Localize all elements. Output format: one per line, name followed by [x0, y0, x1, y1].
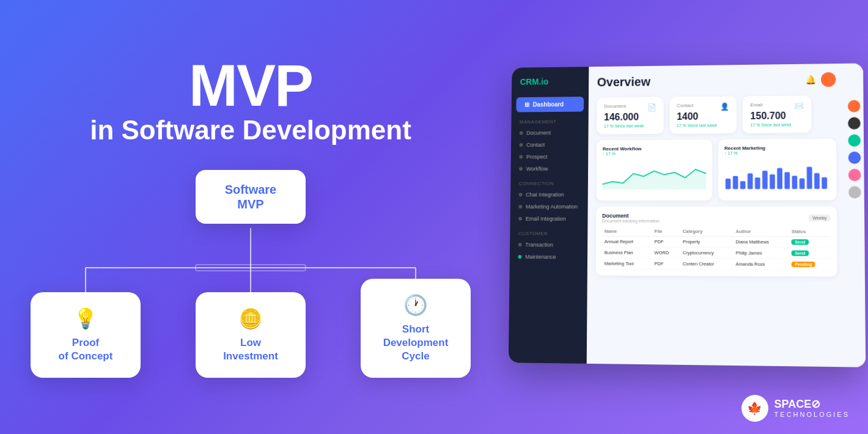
svg-rect-9	[748, 174, 753, 189]
chart-marketing: Recent Marketing ↑ 17 %	[718, 139, 837, 200]
sidebar-item-transaction[interactable]: Transaction	[510, 238, 587, 251]
workflow-chart-change: ↑ 17 %	[603, 151, 706, 156]
crm-logo: CRM.io	[512, 76, 589, 97]
chart-workflow: Recent Workflow ↑ 17 %	[596, 139, 712, 200]
crm-sidebar: CRM.io ⊞ Dashboard Management Document C…	[509, 67, 589, 364]
col-author: Author	[734, 227, 789, 237]
box-proof-of-concept: 💡 Proofof Concept	[31, 292, 141, 378]
table-sub: Document tracking information	[602, 219, 660, 223]
email-icon: ✉️	[795, 101, 804, 110]
col-file: File	[652, 227, 680, 237]
svg-rect-11	[762, 171, 768, 189]
pill-5	[848, 169, 861, 181]
table-body: Annual Report PDF Property Diana Matthew…	[602, 236, 831, 270]
svg-rect-19	[822, 177, 827, 189]
logo-icon: 🍁	[741, 395, 768, 422]
box-short-dev-cycle: 🕐 ShortDevelopment Cycle	[361, 279, 471, 378]
marketing-chart-svg	[724, 157, 830, 194]
col-category: Category	[680, 227, 734, 237]
col-name: Name	[602, 227, 652, 237]
workflow-chart-svg	[602, 158, 706, 194]
cell-author: Amanda Ross	[734, 259, 789, 270]
sidebar-item-marketing-auto[interactable]: Marketing Automation	[510, 200, 588, 213]
pill-3	[848, 134, 861, 147]
cell-file: PDF	[652, 236, 680, 247]
cell-status: Send	[789, 248, 831, 259]
stat-document-change: 17 % Since last week	[604, 123, 656, 128]
title-mvp: MVP	[189, 56, 312, 115]
box-low-investment: 🪙 LowInvestment	[196, 292, 306, 378]
stat-contact-change: 17 % Since last week	[677, 123, 729, 128]
stat-email: Email ✉️ 150.700 17 % Since last week	[743, 95, 811, 133]
sidebar-section-management: Management	[511, 112, 588, 127]
sidebar-item-dashboard[interactable]: ⊞ Dashboard	[516, 97, 584, 112]
center-box: Software MVP	[196, 170, 306, 224]
charts-row: Recent Workflow ↑ 17 % Recent Marketing …	[596, 139, 836, 200]
left-section: MVP in Software Development Software MVP	[0, 0, 501, 434]
sidebar-item-email-int[interactable]: Email Integration	[510, 213, 588, 225]
avatar	[821, 72, 836, 87]
crm-page-title: Overview	[597, 75, 650, 89]
crm-mockup: CRM.io ⊞ Dashboard Management Document C…	[507, 64, 868, 370]
sidebar-item-prospect[interactable]: Prospect	[511, 150, 589, 163]
cell-file: PDF	[652, 258, 680, 269]
diagram: Software MVP 💡 Proofof Concept 🪙 LowInve…	[31, 170, 471, 378]
poc-icon: 💡	[43, 307, 128, 330]
cell-status: Send	[789, 237, 831, 248]
table-row: Marketing Tool PDF Conten Creator Amanda…	[602, 258, 831, 270]
svg-rect-16	[800, 178, 805, 189]
col-status: Status	[789, 227, 831, 237]
svg-rect-12	[770, 174, 775, 189]
cell-name: Business Plan	[602, 247, 652, 258]
svg-rect-7	[733, 176, 738, 189]
sidebar-item-chat[interactable]: Chat Integration	[510, 188, 588, 200]
title-sub: in Software Development	[90, 115, 411, 145]
bell-icon[interactable]: 🔔	[806, 75, 816, 84]
popular-section	[817, 95, 836, 133]
table-row: Business Plan WORD Cryptocurrency Philip…	[602, 247, 831, 259]
pill-6	[848, 186, 861, 198]
marketing-chart-change: ↑ 17 %	[724, 150, 830, 155]
cell-category: Conten Creator	[680, 259, 734, 270]
cell-status: Pending	[789, 259, 831, 270]
poc-label: Proofof Concept	[43, 336, 128, 363]
low-investment-icon: 🪙	[208, 307, 293, 330]
logo-text: SPACE⊘ TECHNOLOGIES	[774, 399, 850, 418]
stat-document-value: 146.000	[604, 112, 656, 123]
svg-rect-5	[196, 265, 306, 271]
sdc-icon: 🕐	[373, 293, 458, 317]
cell-file: WORD	[652, 247, 680, 258]
document-table-card: Document Document tracking information W…	[596, 207, 837, 277]
center-box-label: Software MVP	[220, 182, 281, 211]
low-investment-label: LowInvestment	[208, 336, 293, 363]
crm-window: CRM.io ⊞ Dashboard Management Document C…	[509, 64, 866, 367]
svg-rect-10	[755, 177, 760, 189]
stat-document: Document 📄 146.000 17 % Since last week	[597, 97, 663, 134]
weekly-dropdown[interactable]: Weekly	[809, 215, 831, 221]
stat-contact-value: 1400	[677, 111, 729, 122]
pill-1	[848, 100, 861, 112]
stats-row: Document 📄 146.000 17 % Since last week …	[597, 95, 836, 134]
svg-rect-8	[740, 181, 746, 189]
right-pills	[844, 64, 866, 367]
cell-author: Philip James	[734, 248, 789, 259]
sidebar-section-connection: Connection	[510, 175, 588, 189]
cell-category: Cryptocurrency	[680, 248, 734, 259]
document-icon: 📄	[647, 103, 657, 112]
table-title: Document	[602, 213, 660, 219]
svg-rect-15	[792, 176, 798, 189]
table-header: Name File Category Author Status	[602, 227, 831, 237]
svg-rect-13	[777, 168, 782, 189]
cell-name: Marketing Tool	[602, 258, 652, 269]
cell-name: Annual Report	[602, 236, 652, 247]
cell-category: Property	[680, 237, 734, 248]
sidebar-item-document[interactable]: Document	[511, 127, 588, 139]
sidebar-item-workflow[interactable]: Workflow	[510, 163, 588, 175]
brand-logo: 🍁 SPACE⊘ TECHNOLOGIES	[741, 395, 850, 422]
document-table: Name File Category Author Status Annual …	[602, 227, 831, 271]
svg-rect-6	[726, 178, 731, 189]
sidebar-item-maintenance[interactable]: Maintenance	[510, 251, 587, 263]
crm-header: Overview 🔔	[597, 72, 836, 89]
sdc-label: ShortDevelopment Cycle	[373, 323, 458, 363]
sidebar-item-contact[interactable]: Contact	[511, 139, 589, 151]
